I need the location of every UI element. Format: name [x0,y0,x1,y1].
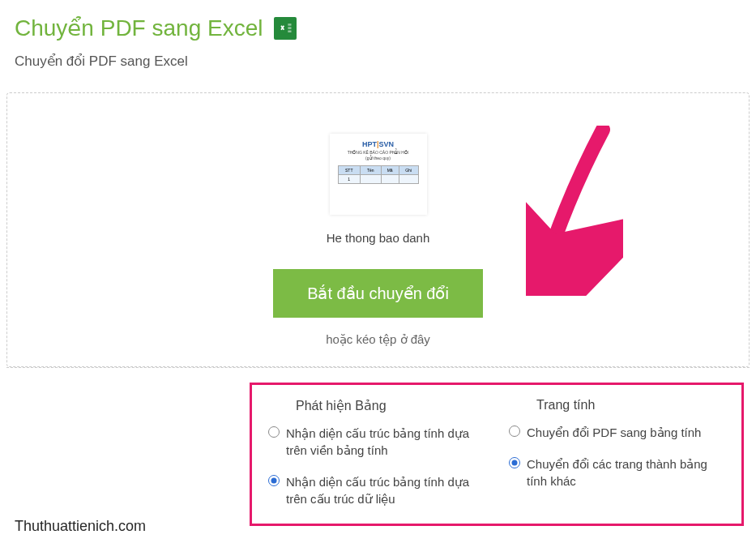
drag-hint: hoặc kéo tệp ở đây [7,332,749,347]
option-multi-sheet[interactable]: Chuyển đổi các trang thành bảng tính khá… [509,455,725,490]
thumb-logo: HPT|SVN [335,139,422,150]
heading-detection: Phát hiện Bảng [296,398,485,413]
svg-rect-3 [288,30,292,32]
svg-rect-2 [288,27,292,29]
page-subtitle: Chuyển đổi PDF sang Excel [15,53,756,70]
option-label: Nhận diện cấu trúc bảng tính dựa trên vi… [286,425,485,459]
option-label: Nhận diện cấu trúc bảng tính dựa trên cấ… [286,473,485,507]
option-label: Chuyển đổi các trang thành bảng tính khá… [527,455,725,490]
options-box: Phát hiện Bảng Nhận diện cấu trúc bảng t… [250,383,744,526]
annotation-arrow [526,126,623,296]
options-col-sheets: Trang tính Chuyển đổi PDF sang bảng tính… [509,398,725,507]
options-panel: Phát hiện Bảng Nhận diện cấu trúc bảng t… [6,367,750,526]
thumb-text: THỐNG KÊ BÁO CÁO PHẢN HỒI(gửi theo quy) [335,150,422,160]
radio-icon[interactable] [268,426,280,438]
option-data-detection[interactable]: Nhận diện cấu trúc bảng tính dựa trên cấ… [268,473,485,507]
watermark: Thuthuattienich.com [15,518,146,535]
options-col-detection: Phát hiện Bảng Nhận diện cấu trúc bảng t… [268,398,485,507]
option-border-detection[interactable]: Nhận diện cấu trúc bảng tính dựa trên vi… [268,425,485,459]
svg-rect-1 [288,24,292,26]
filename-label: He thong bao danh [7,231,749,245]
option-single-sheet[interactable]: Chuyển đổi PDF sang bảng tính [509,424,725,441]
option-label: Chuyển đổi PDF sang bảng tính [527,424,701,441]
file-thumbnail: HPT|SVN THỐNG KÊ BÁO CÁO PHẢN HỒI(gửi th… [330,134,427,215]
convert-button[interactable]: Bắt đầu chuyển đổi [273,269,483,318]
dropzone[interactable]: HPT|SVN THỐNG KÊ BÁO CÁO PHẢN HỒI(gửi th… [6,92,750,367]
excel-icon [274,17,297,40]
radio-icon[interactable] [509,425,520,437]
thumb-table: STTTênMãGhi 1 [338,165,419,184]
page-title: Chuyển PDF sang Excel [15,15,263,41]
radio-icon[interactable] [268,475,280,486]
radio-icon[interactable] [509,457,520,468]
heading-sheets: Trang tính [536,398,725,413]
title-row: Chuyển PDF sang Excel [15,15,756,41]
svg-rect-0 [280,22,289,34]
page-header: Chuyển PDF sang Excel Chuyển đổi PDF san… [0,0,756,70]
